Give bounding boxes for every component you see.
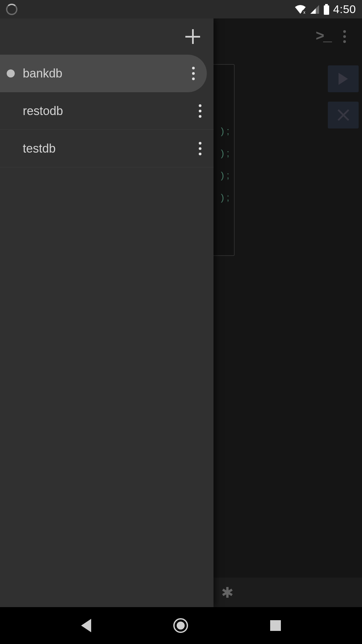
database-name: testdb	[23, 142, 56, 156]
database-item-options[interactable]	[188, 63, 199, 84]
database-item-testdb[interactable]: testdb	[0, 130, 214, 167]
database-item-bankdb[interactable]: bankdb	[0, 55, 207, 92]
loading-spinner-icon	[6, 4, 17, 15]
database-drawer: bankdb restodb testdb	[0, 18, 214, 488]
database-item-restodb[interactable]: restodb	[0, 92, 214, 130]
database-name: restodb	[23, 104, 63, 118]
drawer-toolbar	[0, 18, 214, 55]
indicator-spacer	[7, 107, 15, 115]
indicator-spacer	[7, 145, 15, 153]
database-name: bankdb	[23, 66, 62, 80]
database-list: bankdb restodb testdb	[0, 55, 214, 167]
status-bar: x 4:50	[0, 0, 275, 18]
selected-indicator-icon	[7, 69, 15, 77]
database-item-options[interactable]	[195, 100, 205, 122]
plus-icon	[185, 29, 200, 44]
add-database-button[interactable]	[182, 26, 203, 47]
database-item-options[interactable]	[195, 138, 205, 159]
